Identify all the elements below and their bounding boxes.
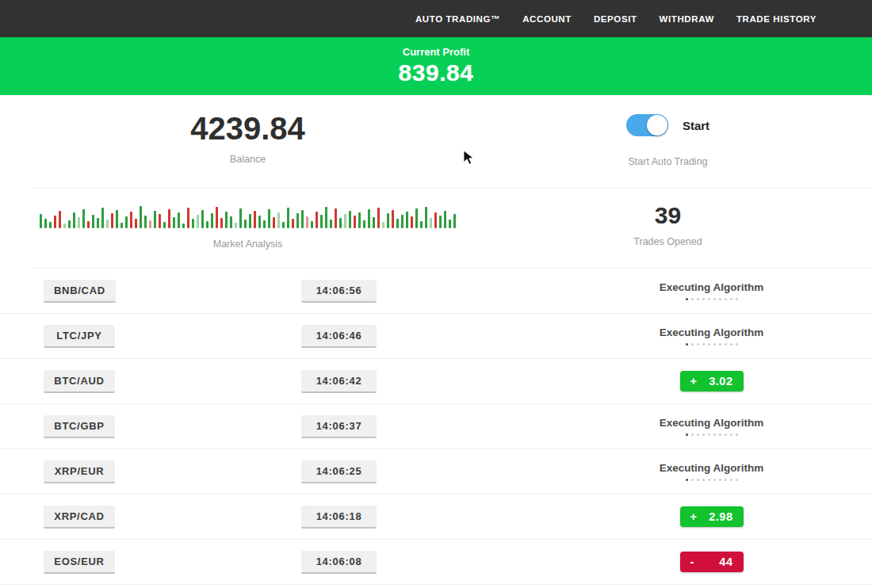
loss-badge: -44 <box>680 552 744 572</box>
auto-trading-block: Start Start Auto Trading <box>464 95 872 188</box>
pair-badge[interactable]: BTC/GBP <box>44 415 115 438</box>
market-analysis-chart <box>40 203 456 228</box>
trade-status: -44 <box>642 540 781 584</box>
trade-row: BTC/AUD 14:06:42 +3.02 <box>0 359 872 404</box>
auto-trading-toggle[interactable] <box>626 114 668 136</box>
executing-label: Executing Algorithm <box>660 281 764 293</box>
profit-badge: +3.02 <box>680 371 744 391</box>
balance-value: 4239.84 <box>32 111 464 147</box>
trade-status: Executing Algorithm <box>642 404 781 449</box>
time-badge: 14:06:42 <box>301 370 377 393</box>
trades-opened-label: Trades Opened <box>464 236 872 247</box>
balance-label: Balance <box>32 154 464 165</box>
toggle-label: Start <box>683 119 709 132</box>
trade-status: +2.98 <box>642 494 781 539</box>
time-badge: 14:06:18 <box>301 506 377 529</box>
trades-opened-value: 39 <box>464 202 872 229</box>
time-badge: 14:06:25 <box>301 460 377 483</box>
current-profit-value: 839.84 <box>399 59 474 86</box>
nav-withdraw[interactable]: WITHDRAW <box>660 14 714 24</box>
auto-trading-label: Start Auto Trading <box>464 156 872 167</box>
pair-badge[interactable]: XRP/EUR <box>44 460 115 483</box>
executing-dots <box>686 479 738 481</box>
trades-list: BNB/CAD 14:06:56 Executing Algorithm LTC… <box>0 269 872 585</box>
trade-row: BTC/GBP 14:06:37 Executing Algorithm <box>0 404 872 449</box>
current-profit-banner: Current Profit 839.84 <box>0 37 872 95</box>
trade-status: Executing Algorithm <box>642 449 781 494</box>
balance-block: 4239.84 Balance <box>32 95 464 188</box>
time-badge: 14:06:56 <box>301 280 377 303</box>
profit-badge: +2.98 <box>680 506 744 527</box>
trade-status: +3.02 <box>642 359 781 403</box>
trade-status: Executing Algorithm <box>642 269 781 313</box>
pair-badge[interactable]: BTC/AUD <box>44 370 115 393</box>
current-profit-label: Current Profit <box>403 46 470 58</box>
time-badge: 14:06:08 <box>301 551 377 574</box>
time-badge: 14:06:46 <box>301 325 377 348</box>
stats-row-market: Market Analysis 39 Trades Opened <box>0 189 872 268</box>
trade-row: BNB/CAD 14:06:56 Executing Algorithm <box>0 269 872 314</box>
time-badge: 14:06:37 <box>301 415 377 438</box>
executing-label: Executing Algorithm <box>660 462 764 474</box>
nav-deposit[interactable]: DEPOSIT <box>594 14 637 24</box>
pair-badge[interactable]: XRP/CAD <box>44 506 115 529</box>
executing-dots <box>686 343 738 346</box>
pair-badge[interactable]: BNB/CAD <box>44 280 116 303</box>
toggle-knob <box>647 115 667 136</box>
nav-trade-history[interactable]: TRADE HISTORY <box>736 14 817 24</box>
pair-badge[interactable]: EOS/EUR <box>44 551 115 574</box>
trade-status: Executing Algorithm <box>642 314 781 358</box>
trade-row: EOS/EUR 14:06:08 -44 <box>0 540 872 585</box>
stats-row-balance: 4239.84 Balance Start Start Auto Trading <box>0 95 872 188</box>
nav-auto-trading[interactable]: AUTO TRADING™ <box>415 14 500 24</box>
market-analysis-block: Market Analysis <box>32 189 464 268</box>
nav-account[interactable]: ACCOUNT <box>522 14 572 24</box>
trade-row: LTC/JPY 14:06:46 Executing Algorithm <box>0 314 872 359</box>
pair-badge[interactable]: LTC/JPY <box>44 325 115 348</box>
top-nav: AUTO TRADING™ ACCOUNT DEPOSIT WITHDRAW T… <box>0 0 872 37</box>
executing-dots <box>686 433 738 436</box>
market-analysis-label: Market Analysis <box>32 239 464 250</box>
trades-opened-block: 39 Trades Opened <box>464 189 872 268</box>
trade-row: XRP/CAD 14:06:18 +2.98 <box>0 494 872 540</box>
executing-label: Executing Algorithm <box>660 417 764 429</box>
executing-label: Executing Algorithm <box>660 326 764 338</box>
trade-row: XRP/EUR 14:06:25 Executing Algorithm <box>0 449 872 494</box>
executing-dots <box>686 298 738 300</box>
